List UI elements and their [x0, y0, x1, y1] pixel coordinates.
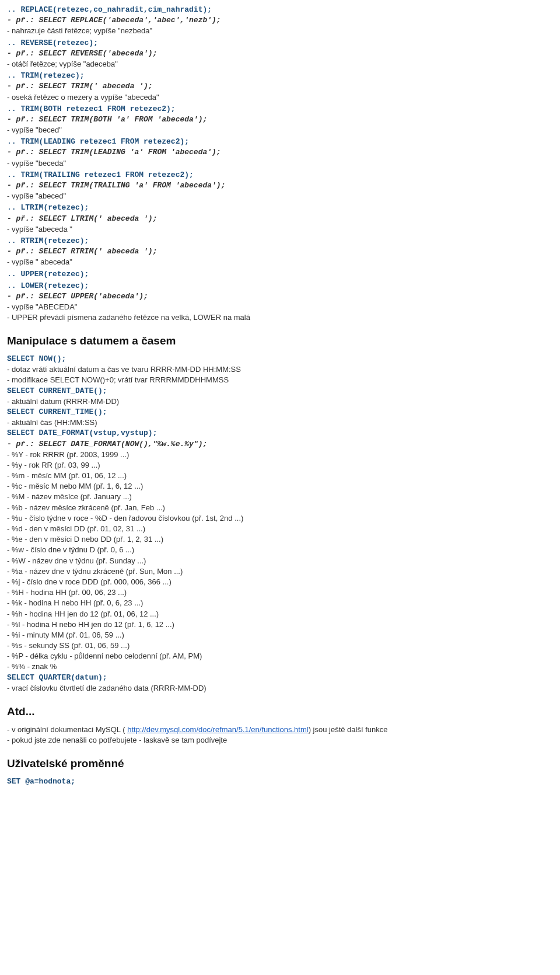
- etc-section: - v originální dokumentaci MySQL ( http:…: [7, 725, 553, 746]
- date-format-spec: - %c - měsíc M nebo MM (př. 1, 6, 12 ...…: [7, 481, 553, 492]
- func-rtrim-desc: - vypíše " abeceda": [7, 257, 553, 267]
- etc-line-1: - v originální dokumentaci MySQL ( http:…: [7, 725, 553, 735]
- heading-datetime: Manipulace s datumem a časem: [7, 333, 553, 349]
- etc-pre-text: - v originální dokumentaci MySQL (: [7, 725, 127, 734]
- date-format-spec-list: - %Y - rok RRRR (př. 2003, 1999 ...)- %y…: [7, 450, 553, 673]
- func-rtrim-head: .. RTRIM(retezec);: [7, 236, 553, 246]
- date-format-spec: - %y - rok RR (př. 03, 99 ...): [7, 460, 553, 471]
- date-format-spec: - %k - hodina H nebo HH (př. 0, 6, 23 ..…: [7, 598, 553, 608]
- date-format-spec: - %e - den v měsíci D nebo DD (př. 1, 2,…: [7, 534, 553, 545]
- func-replace-example: - př.: SELECT REPLACE('abeceda','abec','…: [7, 15, 553, 26]
- quarter-head: SELECT QUARTER(datum);: [7, 673, 553, 683]
- etc-line-2: - pokud jste zde nenašli co potřebujete …: [7, 735, 553, 746]
- date-format-spec: - %M - název měsíce (př. January ...): [7, 492, 553, 502]
- func-ltrim-head: .. LTRIM(retezec);: [7, 203, 553, 213]
- func-upper-example: - př.: SELECT UPPER('abeceda');: [7, 291, 553, 302]
- date-format-spec: - %u - číslo týdne v roce - %D - den řad…: [7, 513, 553, 524]
- func-trim-both-example: - př.: SELECT TRIM(BOTH 'a' FROM 'abeced…: [7, 114, 553, 125]
- now-desc-2: - modifikace SELECT NOW()+0; vrátí tvar …: [7, 375, 553, 385]
- func-reverse-desc: - otáčí řetězce; vypíše "adeceba": [7, 59, 553, 69]
- date-format-spec: - %j - číslo dne v roce DDD (př. 000, 00…: [7, 577, 553, 587]
- set-var-head: SET @a=hodnota;: [7, 776, 553, 787]
- date-format-spec: - %a - název dne v týdnu zkráceně (př. S…: [7, 566, 553, 577]
- func-upper-desc-1: - vypíše "ABECEDA": [7, 302, 553, 312]
- func-ltrim-example: - př.: SELECT LTRIM(' abeceda ');: [7, 214, 553, 224]
- func-ltrim-desc: - vypíše "abeceda ": [7, 224, 553, 235]
- quarter-desc: - vrací číslovku čtvrtletí dle zadaného …: [7, 683, 553, 694]
- etc-post-text: ) jsou ještě další funkce: [309, 725, 388, 734]
- func-trim-head: .. TRIM(retezec);: [7, 71, 553, 81]
- func-trim-leading-example: - př.: SELECT TRIM(LEADING 'a' FROM 'abe…: [7, 147, 553, 158]
- date-format-spec: - %H - hodina HH (př. 00, 06, 23 ...): [7, 587, 553, 598]
- date-format-spec: - %P - délka cyklu - půldenní nebo celod…: [7, 651, 553, 661]
- func-upper-desc-2: - UPPER převádí písmena zadaného řetězce…: [7, 312, 553, 323]
- func-trim-example: - př.: SELECT TRIM(' abeceda ');: [7, 81, 553, 92]
- func-upper-head: .. UPPER(retezec);: [7, 269, 553, 280]
- func-trim-trailing-desc: - vypíše "abeced": [7, 191, 553, 201]
- mysql-docs-link[interactable]: http://dev.mysql.com/doc/refman/5.1/en/f…: [127, 725, 308, 734]
- date-format-spec: - %l - hodina H nebo HH jen do 12 (př. 1…: [7, 619, 553, 630]
- date-format-spec: - %i - minuty MM (př. 01, 06, 59 ...): [7, 630, 553, 640]
- func-trim-leading-desc: - vypíše "beceda": [7, 158, 553, 169]
- heading-etc: Atd...: [7, 704, 553, 720]
- date-format-spec: - %Y - rok RRRR (př. 2003, 1999 ...): [7, 450, 553, 460]
- date-format-spec: - %s - sekundy SS (př. 01, 06, 59 ...): [7, 640, 553, 651]
- func-lower-head: .. LOWER(retezec);: [7, 281, 553, 291]
- func-trim-trailing-head: .. TRIM(TRAILING retezec1 FROM retezec2)…: [7, 170, 553, 180]
- current-date-head: SELECT CURRENT_DATE();: [7, 386, 553, 396]
- func-rtrim-example: - př.: SELECT RTRIM(' abeceda ');: [7, 246, 553, 257]
- date-format-head: SELECT DATE_FORMAT(vstup,vystup);: [7, 428, 553, 438]
- date-format-spec: - %w - číslo dne v týdnu D (př. 0, 6 ...…: [7, 545, 553, 555]
- date-format-spec: - %m - měsíc MM (př. 01, 06, 12 ...): [7, 471, 553, 481]
- func-trim-leading-head: .. TRIM(LEADING retezec1 FROM retezec2);: [7, 137, 553, 147]
- date-format-spec: - %d - den v měsíci DD (př. 01, 02, 31 .…: [7, 524, 553, 534]
- date-format-spec: - %% - znak %: [7, 661, 553, 672]
- date-format-spec: - %h - hodina HH jen do 12 (př. 01, 06, …: [7, 609, 553, 619]
- datetime-section: SELECT NOW(); - dotaz vrátí aktuální dat…: [7, 354, 553, 694]
- now-head: SELECT NOW();: [7, 354, 553, 364]
- func-reverse-head: .. REVERSE(retezec);: [7, 38, 553, 48]
- func-replace-desc: - nahrazuje části řetězce; vypíše "nezbe…: [7, 26, 553, 36]
- func-trim-desc: - oseká řetězec o mezery a vypíše "abece…: [7, 92, 553, 103]
- now-desc-1: - dotaz vrátí aktuální datum a čas ve tv…: [7, 364, 553, 375]
- func-trim-both-head: .. TRIM(BOTH retezec1 FROM retezec2);: [7, 104, 553, 114]
- date-format-spec: - %b - název měsíce zkráceně (př. Jan, F…: [7, 503, 553, 513]
- current-time-head: SELECT CURRENT_TIME();: [7, 407, 553, 417]
- func-trim-trailing-example: - př.: SELECT TRIM(TRAILING 'a' FROM 'ab…: [7, 180, 553, 191]
- heading-user-vars: Uživatelské proměnné: [7, 756, 553, 772]
- date-format-example: - př.: SELECT DATE_FORMAT(NOW(),"%w.%e.%…: [7, 439, 553, 450]
- date-format-spec: - %W - název dne v týdnu (př. Sunday ...…: [7, 556, 553, 566]
- current-date-desc: - aktuální datum (RRRR-MM-DD): [7, 396, 553, 407]
- string-functions-section: .. REPLACE(retezec,co_nahradit,cim_nahra…: [7, 5, 553, 323]
- current-time-desc: - aktuální čas (HH:MM:SS): [7, 417, 553, 428]
- func-reverse-example: - př.: SELECT REVERSE('abeceda');: [7, 48, 553, 59]
- func-replace-head: .. REPLACE(retezec,co_nahradit,cim_nahra…: [7, 5, 553, 15]
- func-trim-both-desc: - vypíše "beced": [7, 125, 553, 135]
